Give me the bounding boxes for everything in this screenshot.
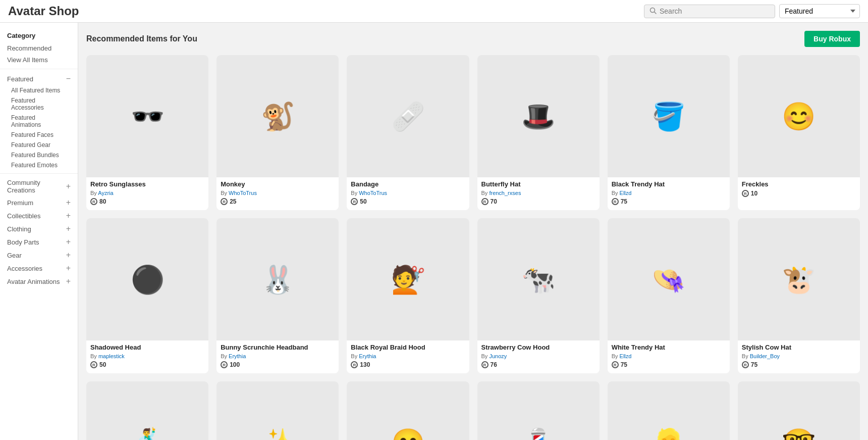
item-name: Stylish Cow Hat [742, 344, 856, 352]
item-image: 💇 [347, 218, 469, 340]
price-value: 75 [751, 361, 757, 368]
item-card[interactable]: 🎩Butterfly HatBy french_rxsesR70 [477, 55, 600, 210]
item-card[interactable]: 🐒MonkeyBy WhoToTrusR25 [216, 55, 339, 210]
sidebar-item-view-all[interactable]: View All Items [0, 54, 78, 66]
robux-icon: R [221, 361, 228, 368]
item-creator: By Erythia [351, 353, 465, 359]
item-creator: By Ellzd [612, 190, 726, 196]
gear-expand-icon: + [66, 251, 71, 260]
robux-icon: R [351, 361, 358, 368]
sidebar-item-premium[interactable]: Premium + [0, 196, 78, 209]
creator-link[interactable]: french_rxses [489, 190, 521, 196]
robux-icon: R [481, 361, 489, 368]
sidebar-sub-featured-emotes[interactable]: Featured Emotes [0, 160, 78, 170]
sidebar-item-gear[interactable]: Gear + [0, 249, 78, 262]
item-info: Stylish Cow HatBy Builder_BoyR75 [738, 340, 860, 373]
item-image: 👒 [608, 218, 730, 340]
sidebar-item-accessories[interactable]: Accessories + [0, 262, 78, 275]
item-name: Retro Sunglasses [90, 180, 204, 189]
item-card[interactable]: 🕺HappyR25 [86, 381, 208, 440]
price-value: 75 [621, 361, 627, 368]
item-creator: By Erythia [221, 353, 335, 359]
item-price: R75 [742, 361, 856, 368]
buy-robux-button[interactable]: Buy Robux [804, 31, 860, 47]
item-name: Monkey [221, 180, 335, 189]
sidebar-item-featured[interactable]: Featured − [0, 72, 78, 85]
sidebar-item-avatar-animations[interactable]: Avatar Animations + [0, 275, 78, 288]
item-card[interactable]: 🐰Bunny Scrunchie HeadbandBy ErythiaR100 [216, 218, 339, 373]
accessories-expand-icon: + [66, 264, 71, 273]
sidebar-divider-1 [0, 69, 78, 69]
sidebar-sub-featured-bundles[interactable]: Featured Bundles [0, 150, 78, 160]
sidebar-item-clothing[interactable]: Clothing + [0, 222, 78, 235]
price-value: 76 [491, 361, 497, 368]
robux-icon: R [481, 198, 489, 205]
sidebar-category-heading: Category [0, 29, 78, 42]
creator-link[interactable]: Junozy [489, 353, 507, 359]
item-card[interactable]: 🤓Vintage GlassesBy WhoToTrusR125 [738, 381, 860, 440]
item-card[interactable]: 🩹BandageBy WhoToTrusR50 [347, 55, 469, 210]
sidebar-sub-featured-gear[interactable]: Featured Gear [0, 140, 78, 150]
item-price: R50 [90, 361, 204, 368]
community-expand-icon: + [66, 182, 71, 191]
robux-icon: R [612, 198, 619, 205]
sidebar-item-collectibles[interactable]: Collectibles + [0, 209, 78, 222]
item-card[interactable]: 👒White Trendy HatBy EllzdR75 [608, 218, 730, 373]
sidebar-item-recommended[interactable]: Recommended [0, 42, 78, 54]
creator-link[interactable]: Erythia [359, 353, 376, 359]
item-price: R70 [481, 198, 595, 205]
robux-icon: R [742, 190, 749, 197]
item-card[interactable]: 🐮Stylish Cow HatBy Builder_BoyR75 [738, 218, 860, 373]
item-card[interactable]: 💈Soho Brown Curly HairBy ComfySundayR99 [477, 381, 600, 440]
section-title: Recommended Items for You [86, 34, 197, 43]
robux-icon: R [742, 361, 749, 368]
sidebar-sub-featured-animations[interactable]: Featured Animations [0, 113, 78, 130]
item-image: ✨ [216, 381, 339, 440]
item-card[interactable]: 💇Black Royal Braid HoodBy ErythiaR130 [347, 218, 469, 373]
creator-link[interactable]: Ellzd [620, 353, 632, 359]
section-header: Recommended Items for You Buy Robux [86, 31, 860, 47]
item-card[interactable]: 🪣Black Trendy HatBy EllzdR75 [608, 55, 730, 210]
item-card[interactable]: ✨Sparkling ShineBy Jazzyx3R50 [216, 381, 339, 440]
search-icon [649, 7, 657, 16]
page-title: Avatar Shop [8, 4, 79, 18]
item-card[interactable]: 😄GleeR25 [347, 381, 469, 440]
creator-link[interactable]: Erythia [229, 353, 246, 359]
search-input[interactable] [660, 7, 770, 15]
robux-icon: R [612, 361, 619, 368]
item-card[interactable]: 👱Blonde Royal BraidBy ErythiaR130 [608, 381, 730, 440]
layout: Category Recommended View All Items Feat… [0, 23, 868, 440]
item-info: Strawberry Cow HoodBy JunozyR76 [477, 340, 600, 373]
creator-link[interactable]: WhoToTrus [359, 190, 387, 196]
price-value: 70 [491, 198, 497, 205]
sort-select[interactable]: Featured Relevance Price (Low to High) P… [779, 4, 860, 18]
item-card[interactable]: ⚫Shadowed HeadBy maplestickR50 [86, 218, 208, 373]
price-value: 80 [99, 198, 106, 205]
sidebar-divider-2 [0, 173, 78, 174]
item-name: Bandage [351, 180, 465, 189]
item-image: ⚫ [86, 218, 208, 340]
item-creator: By WhoToTrus [221, 190, 335, 196]
sidebar-sub-featured-accessories[interactable]: Featured Accessories [0, 95, 78, 113]
sidebar-sub-featured-faces[interactable]: Featured Faces [0, 130, 78, 140]
creator-link[interactable]: Ayzria [98, 190, 113, 196]
creator-link[interactable]: maplestick [98, 353, 125, 359]
creator-link[interactable]: Builder_Boy [750, 353, 780, 359]
clothing-expand-icon: + [66, 224, 71, 233]
item-image: 😄 [347, 381, 469, 440]
sidebar-item-body-parts[interactable]: Body Parts + [0, 235, 78, 249]
item-info: Shadowed HeadBy maplestickR50 [86, 340, 208, 373]
creator-link[interactable]: Ellzd [620, 190, 632, 196]
item-info: Butterfly HatBy french_rxsesR70 [477, 177, 600, 210]
item-name: Bunny Scrunchie Headband [221, 344, 335, 352]
item-card[interactable]: 🕶️Retro SunglassesBy AyzriaR80 [86, 55, 208, 210]
item-card[interactable]: 😊FrecklesR10 [738, 55, 860, 210]
item-card[interactable]: 🐄Strawberry Cow HoodBy JunozyR76 [477, 218, 600, 373]
price-value: 75 [621, 198, 627, 205]
item-info: MonkeyBy WhoToTrusR25 [216, 177, 339, 210]
sidebar-item-community[interactable]: Community Creations + [0, 177, 78, 196]
price-value: 100 [230, 361, 240, 368]
sidebar-sub-all-featured[interactable]: All Featured Items [0, 85, 78, 95]
creator-link[interactable]: WhoToTrus [229, 190, 257, 196]
item-info: Black Royal Braid HoodBy ErythiaR130 [347, 340, 469, 373]
